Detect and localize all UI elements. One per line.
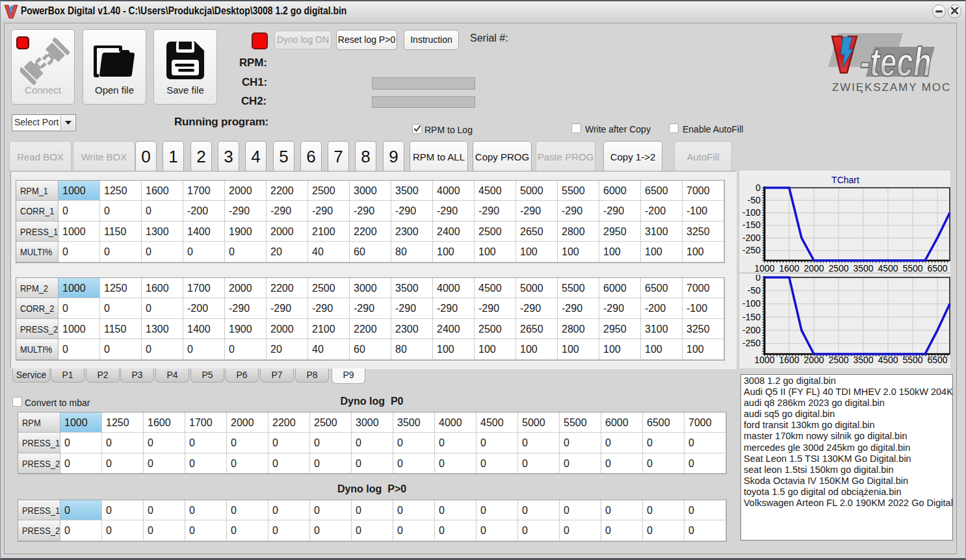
svg-text:-50: -50: [748, 285, 761, 296]
svg-text:-150: -150: [742, 220, 761, 230]
svg-text:-200: -200: [742, 233, 761, 243]
svg-text:3500: 3500: [853, 263, 873, 274]
svg-text:1000: 1000: [754, 263, 774, 274]
svg-text:1000: 1000: [754, 355, 774, 365]
svg-text:6500: 6500: [927, 263, 947, 274]
svg-text:2500: 2500: [828, 355, 848, 365]
svg-text:4500: 4500: [878, 355, 898, 365]
svg-text:5500: 5500: [902, 355, 922, 365]
svg-text:-250: -250: [742, 245, 761, 255]
svg-text:0: 0: [755, 275, 761, 283]
svg-text:4500: 4500: [878, 263, 898, 274]
svg-text:ZWIĘKSZAMY MOC: ZWIĘKSZAMY MOC: [832, 81, 951, 94]
svg-text:-tech: -tech: [860, 39, 932, 85]
svg-text:-100: -100: [742, 298, 761, 309]
svg-text:-150: -150: [742, 312, 761, 322]
svg-text:0: 0: [755, 183, 761, 193]
svg-text:3500: 3500: [853, 355, 873, 365]
svg-text:-50: -50: [748, 195, 761, 205]
svg-text:1600: 1600: [779, 355, 799, 365]
svg-text:2000: 2000: [803, 263, 824, 274]
svg-text:6500: 6500: [927, 355, 947, 365]
svg-text:1600: 1600: [779, 263, 799, 274]
svg-text:2500: 2500: [828, 263, 848, 274]
svg-text:-200: -200: [742, 325, 761, 335]
svg-text:-100: -100: [742, 207, 761, 218]
svg-text:5500: 5500: [902, 263, 922, 274]
svg-text:-250: -250: [742, 338, 761, 348]
svg-text:2000: 2000: [803, 355, 824, 365]
